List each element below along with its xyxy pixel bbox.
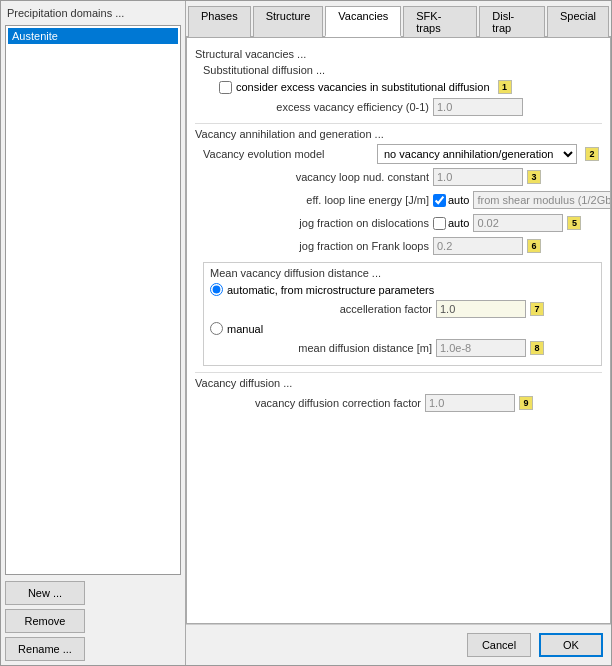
vacancy-loop-badge: 3 xyxy=(527,170,541,184)
phase-list: Austenite xyxy=(5,25,181,575)
jog-frank-input[interactable] xyxy=(433,237,523,255)
radio-auto-label: automatic, from microstructure parameter… xyxy=(227,284,434,296)
jog-disl-row: jog fraction on dislocations auto 5 xyxy=(203,213,602,233)
eff-loop-from-input[interactable] xyxy=(473,191,611,209)
consider-excess-label: consider excess vacancies in substitutio… xyxy=(236,81,490,93)
tab-structure[interactable]: Structure xyxy=(253,6,324,37)
jog-frank-row: jog fraction on Frank loops 6 xyxy=(203,236,602,256)
tab-phases[interactable]: Phases xyxy=(188,6,251,37)
vacancy-diff-section-title: Vacancy diffusion ... xyxy=(195,377,602,389)
eff-loop-auto-group: auto xyxy=(433,194,469,207)
divider-1 xyxy=(195,123,602,124)
eff-loop-auto-label: auto xyxy=(448,194,469,206)
substitutional-title: Substitutional diffusion ... xyxy=(203,64,602,76)
eff-loop-auto-checkbox[interactable] xyxy=(433,194,446,207)
mean-vacancy-group: Mean vacancy diffusion distance ... auto… xyxy=(203,262,602,366)
vacancy-diff-input[interactable] xyxy=(425,394,515,412)
substitutional-section: Substitutional diffusion ... consider ex… xyxy=(203,64,602,117)
accell-factor-badge: 7 xyxy=(530,302,544,316)
structural-section-title: Structural vacancies ... xyxy=(195,48,602,60)
eff-loop-row: eff. loop line energy [J/m] auto 4 xyxy=(203,190,602,210)
vacancy-loop-row: vacancy loop nud. constant 3 xyxy=(203,167,602,187)
mean-diff-row: mean diffusion distance [m] 8 xyxy=(226,338,595,358)
main-window: Precipitation domains ... Austenite New … xyxy=(0,0,612,666)
vacancy-diff-badge: 9 xyxy=(519,396,533,410)
tab-disl-trap[interactable]: Disl-trap xyxy=(479,6,545,37)
jog-disl-input[interactable] xyxy=(473,214,563,232)
consider-excess-badge: 1 xyxy=(498,80,512,94)
left-panel-buttons: New ... Remove Rename ... xyxy=(5,581,181,661)
vacancy-diff-row: vacancy diffusion correction factor 9 xyxy=(195,393,602,413)
radio-auto-row: automatic, from microstructure parameter… xyxy=(210,283,595,296)
content-area: Structural vacancies ... Substitutional … xyxy=(186,38,611,624)
vacancy-evolution-label: Vacancy evolution model xyxy=(203,148,373,160)
vacancy-evolution-select[interactable]: no vacancy annihilation/generation xyxy=(377,144,577,164)
ok-button[interactable]: OK xyxy=(539,633,603,657)
rename-button[interactable]: Rename ... xyxy=(5,637,85,661)
vacancy-evolution-badge: 2 xyxy=(585,147,599,161)
eff-loop-label: eff. loop line energy [J/m] xyxy=(203,194,433,206)
left-panel-title: Precipitation domains ... xyxy=(5,5,181,21)
jog-disl-label: jog fraction on dislocations xyxy=(203,217,433,229)
radio-manual[interactable] xyxy=(210,322,223,335)
excess-vacancy-label: excess vacancy efficiency (0-1) xyxy=(203,101,433,113)
new-button[interactable]: New ... xyxy=(5,581,85,605)
excess-vacancy-input[interactable] xyxy=(433,98,523,116)
tab-sfk-traps[interactable]: SFK-traps xyxy=(403,6,477,37)
radio-manual-row: manual xyxy=(210,322,595,335)
tabs-bar: Phases Structure Vacancies SFK-traps Dis… xyxy=(186,1,611,38)
excess-vacancy-row: excess vacancy efficiency (0-1) xyxy=(203,97,602,117)
jog-disl-badge: 5 xyxy=(567,216,581,230)
jog-disl-auto-label: auto xyxy=(448,217,469,229)
list-item-austenite[interactable]: Austenite xyxy=(8,28,178,44)
divider-2 xyxy=(195,372,602,373)
vacancy-loop-label: vacancy loop nud. constant xyxy=(203,171,433,183)
tab-vacancies[interactable]: Vacancies xyxy=(325,6,401,37)
vacancy-evolution-row: Vacancy evolution model no vacancy annih… xyxy=(203,144,602,164)
consider-excess-checkbox[interactable] xyxy=(219,81,232,94)
consider-excess-row: consider excess vacancies in substitutio… xyxy=(219,80,602,94)
remove-button[interactable]: Remove xyxy=(5,609,85,633)
mean-diff-input[interactable] xyxy=(436,339,526,357)
accell-factor-input[interactable] xyxy=(436,300,526,318)
annihilation-section: Vacancy evolution model no vacancy annih… xyxy=(203,144,602,366)
mean-vacancy-title: Mean vacancy diffusion distance ... xyxy=(210,267,595,279)
tab-special[interactable]: Special xyxy=(547,6,609,37)
accell-factor-label: accelleration factor xyxy=(226,303,436,315)
accell-factor-row: accelleration factor 7 xyxy=(226,299,595,319)
mean-diff-label: mean diffusion distance [m] xyxy=(226,342,436,354)
jog-disl-auto-checkbox[interactable] xyxy=(433,217,446,230)
annihilation-section-title: Vacancy annihilation and generation ... xyxy=(195,128,602,140)
bottom-bar: Cancel OK xyxy=(186,624,611,665)
vacancy-loop-input[interactable] xyxy=(433,168,523,186)
radio-auto[interactable] xyxy=(210,283,223,296)
right-panel: Phases Structure Vacancies SFK-traps Dis… xyxy=(186,1,611,665)
cancel-button[interactable]: Cancel xyxy=(467,633,531,657)
left-panel: Precipitation domains ... Austenite New … xyxy=(1,1,186,665)
jog-disl-auto-group: auto xyxy=(433,217,469,230)
radio-manual-label: manual xyxy=(227,323,263,335)
mean-diff-badge: 8 xyxy=(530,341,544,355)
jog-frank-label: jog fraction on Frank loops xyxy=(203,240,433,252)
vacancy-diff-label: vacancy diffusion correction factor xyxy=(195,397,425,409)
jog-frank-badge: 6 xyxy=(527,239,541,253)
